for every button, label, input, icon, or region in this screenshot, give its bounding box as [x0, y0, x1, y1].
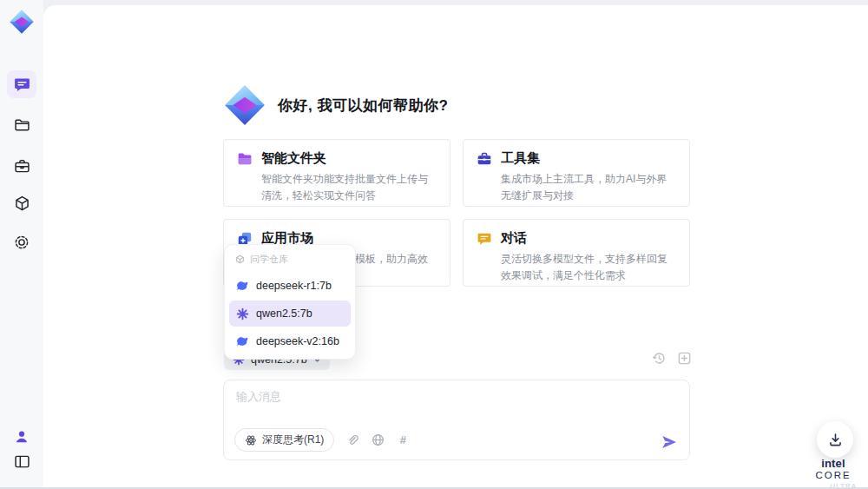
model-option-label: deepseek-r1:7b — [256, 280, 332, 292]
download-icon — [828, 433, 843, 447]
folder-icon — [13, 116, 31, 135]
model-dropdown: 问学仓库 deepseek-r1:7b qwen2.5:7b deepseek-… — [224, 244, 356, 360]
card-toolset[interactable]: 工具集 集成市场上主流工具，助力AI与外界无缝扩展与对接 — [463, 139, 690, 207]
chat-actions — [652, 351, 692, 366]
card-title: 智能文件夹 — [261, 150, 326, 167]
sidebar-item-chat[interactable] — [7, 70, 36, 98]
intel-core-badge: intel core ULTRA — [803, 458, 864, 489]
sidebar-item-folders[interactable] — [7, 111, 36, 139]
card-smart-folder[interactable]: 智能文件夹 智能文件夹功能支持批量文件上传与清洗，轻松实现文件问答 — [223, 139, 450, 207]
qwen-icon — [236, 307, 249, 320]
globe-icon — [372, 433, 385, 446]
card-title: 工具集 — [501, 150, 540, 167]
briefcase-icon — [13, 157, 31, 175]
smart-folder-icon — [237, 151, 253, 167]
greeting-row: 你好, 我可以如何帮助你? — [223, 83, 448, 127]
send-icon[interactable] — [661, 433, 678, 451]
repo-box-icon — [235, 254, 245, 264]
history-icon[interactable] — [652, 351, 667, 366]
card-title: 对话 — [501, 230, 527, 247]
card-description: 灵活切换多模型文件，支持多样回复效果调试，满足个性化需求 — [501, 251, 676, 283]
user-icon — [13, 428, 30, 446]
model-repo-label: 问学仓库 — [250, 253, 288, 266]
card-description: 集成市场上主流工具，助力AI与外界无缝扩展与对接 — [501, 171, 676, 203]
sidebar-item-toolbox[interactable] — [7, 152, 36, 180]
card-dialog[interactable]: 对话 灵活切换多模型文件，支持多样回复效果调试，满足个性化需求 — [463, 219, 690, 287]
model-option-deepseek-r1[interactable]: deepseek-r1:7b — [229, 273, 351, 299]
core-wordmark: core — [815, 470, 851, 480]
sidebar-item-settings[interactable] — [7, 228, 36, 256]
model-option-label: deepseek-v2:16b — [256, 335, 339, 347]
cube-icon — [13, 195, 31, 213]
panel-icon — [13, 453, 31, 471]
composer-toolbar: 深度思考(R1) # — [234, 428, 410, 452]
deepseek-icon — [236, 335, 249, 348]
card-description: 智能文件夹功能支持批量文件上传与清洗，轻松实现文件问答 — [261, 171, 437, 203]
model-option-qwen[interactable]: qwen2.5:7b — [229, 301, 351, 327]
web-search-icon[interactable] — [371, 433, 385, 447]
deep-think-atom-icon — [245, 434, 257, 446]
app-logo-icon — [223, 83, 266, 127]
gear-icon — [12, 233, 31, 252]
sidebar — [0, 0, 43, 489]
download-fab[interactable] — [817, 421, 853, 458]
model-option-label: qwen2.5:7b — [256, 307, 312, 320]
attach-icon[interactable] — [345, 433, 359, 447]
chat-bubble-icon — [13, 76, 31, 94]
model-repo-header: 问学仓库 — [229, 249, 351, 271]
intel-wordmark: intel — [821, 457, 845, 470]
paperclip-icon — [346, 434, 358, 446]
hash-icon[interactable]: # — [396, 433, 410, 447]
message-composer: 深度思考(R1) # — [223, 380, 690, 460]
model-option-deepseek-v2[interactable]: deepseek-v2:16b — [229, 328, 351, 354]
deep-think-label: 深度思考(R1) — [262, 433, 324, 447]
sidebar-item-collapse[interactable] — [7, 447, 36, 475]
new-chat-icon[interactable] — [677, 351, 692, 366]
app-logo-icon — [9, 9, 35, 35]
deepseek-icon — [236, 280, 249, 293]
sidebar-item-apps[interactable] — [7, 189, 36, 217]
toolset-icon — [477, 151, 492, 167]
greeting-text: 你好, 我可以如何帮助你? — [278, 96, 448, 116]
deep-think-button[interactable]: 深度思考(R1) — [234, 428, 334, 452]
dialog-icon — [477, 231, 492, 247]
message-input[interactable] — [236, 389, 566, 424]
